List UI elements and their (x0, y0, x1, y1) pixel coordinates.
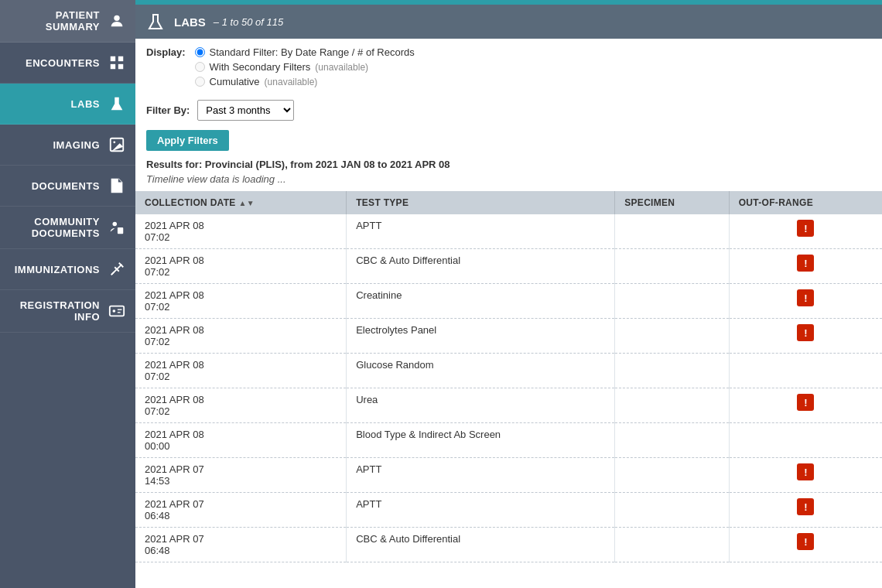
image-icon (106, 134, 128, 156)
sidebar-item-immunizations[interactable]: Immunizations (0, 249, 135, 290)
cell-specimen-7 (615, 458, 730, 493)
radio-secondary-input[interactable] (195, 62, 205, 72)
radio-standard-input[interactable] (195, 47, 205, 57)
cell-test-3: Electrolytes Panel (347, 319, 615, 354)
apply-filters-button[interactable]: Apply Filters (146, 130, 229, 151)
svg-rect-3 (111, 64, 115, 69)
table-row[interactable]: 2021 APR 0706:48APTT! (135, 493, 882, 528)
document-icon (106, 175, 128, 197)
display-radio-group: Standard Filter: By Date Range / # of Re… (195, 46, 415, 87)
out-of-range-badge: ! (797, 255, 814, 272)
id-card-icon (106, 300, 128, 322)
cell-date-5: 2021 APR 0807:02 (135, 388, 347, 423)
cell-out-of-range-1: ! (729, 249, 882, 284)
svg-point-6 (113, 141, 115, 143)
cell-out-of-range-3: ! (729, 319, 882, 354)
col-collection-date[interactable]: COLLECTION DATE ▲▼ (135, 191, 347, 214)
cell-date-7: 2021 APR 0714:53 (135, 458, 347, 493)
cell-specimen-1 (615, 249, 730, 284)
out-of-range-badge: ! (797, 533, 814, 550)
table-row[interactable]: 2021 APR 0807:02Creatinine! (135, 284, 882, 319)
cell-specimen-6 (615, 423, 730, 458)
cell-specimen-8 (615, 493, 730, 528)
sidebar-item-labs[interactable]: Labs (0, 84, 135, 125)
radio-cumulative-input[interactable] (195, 77, 205, 87)
cell-date-4: 2021 APR 0807:02 (135, 354, 347, 388)
out-of-range-badge: ! (797, 289, 814, 306)
display-row: Display: Standard Filter: By Date Range … (146, 46, 871, 87)
cell-out-of-range-5: ! (729, 388, 882, 423)
sidebar-label-registration-info: Registration Info (8, 299, 100, 323)
table-row[interactable]: 2021 APR 0807:02Urea! (135, 388, 882, 423)
table-header: COLLECTION DATE ▲▼ TEST TYPE SPECIMEN OU… (135, 191, 882, 214)
cell-date-6: 2021 APR 0800:00 (135, 423, 347, 458)
cell-test-1: CBC & Auto Differential (347, 249, 615, 284)
radio-standard[interactable]: Standard Filter: By Date Range / # of Re… (195, 46, 415, 58)
cell-out-of-range-4 (729, 354, 882, 388)
sidebar-label-community-documents: Community Documents (8, 216, 100, 239)
cell-specimen-5 (615, 388, 730, 423)
labs-count: – 1 to 50 of 115 (214, 16, 283, 28)
svg-point-11 (113, 309, 116, 313)
sidebar-item-community-documents[interactable]: Community Documents (0, 207, 135, 249)
table-row[interactable]: 2021 APR 0807:02Glucose Random (135, 354, 882, 388)
col-out-of-range: OUT-OF-RANGE (729, 191, 882, 214)
radio-cumulative-unavailable: (unavailable) (265, 77, 318, 87)
svg-rect-4 (118, 64, 123, 69)
sidebar-item-registration-info[interactable]: Registration Info (0, 290, 135, 333)
table-row[interactable]: 2021 APR 0807:02APTT! (135, 214, 882, 249)
radio-secondary-label: With Secondary Filters (210, 61, 311, 73)
sidebar-item-documents[interactable]: Documents (0, 166, 135, 207)
cell-date-9: 2021 APR 0706:48 (135, 528, 347, 562)
radio-cumulative-label: Cumulative (210, 76, 260, 87)
cell-out-of-range-6 (729, 423, 882, 458)
cell-out-of-range-9: ! (729, 528, 882, 562)
filter-select[interactable]: Past 1 month Past 3 months Past 6 months… (197, 100, 294, 121)
svg-rect-1 (111, 56, 115, 61)
radio-cumulative[interactable]: Cumulative (unavailable) (195, 76, 415, 87)
cell-out-of-range-0: ! (729, 214, 882, 249)
filter-row: Filter By: Past 1 month Past 3 months Pa… (135, 95, 882, 125)
radio-secondary-unavailable: (unavailable) (315, 62, 368, 73)
col-test-type: TEST TYPE (347, 191, 615, 214)
table-row[interactable]: 2021 APR 0807:02CBC & Auto Differential! (135, 249, 882, 284)
sort-icon-date: ▲▼ (239, 199, 255, 207)
cell-test-5: Urea (347, 388, 615, 423)
table-row[interactable]: 2021 APR 0714:53APTT! (135, 458, 882, 493)
table-row[interactable]: 2021 APR 0807:02Electrolytes Panel! (135, 319, 882, 354)
community-doc-icon (106, 217, 128, 238)
flask-icon (106, 93, 128, 115)
out-of-range-badge: ! (797, 324, 814, 341)
cell-specimen-3 (615, 319, 730, 354)
table-body: 2021 APR 0807:02APTT!2021 APR 0807:02CBC… (135, 214, 882, 562)
radio-standard-label: Standard Filter: By Date Range / # of Re… (210, 46, 415, 58)
out-of-range-badge: ! (797, 498, 814, 515)
svg-rect-10 (110, 306, 124, 316)
sidebar-label-patient-summary: Patient Summary (8, 9, 100, 32)
sidebar-item-encounters[interactable]: Encounters (0, 43, 135, 84)
cell-test-9: CBC & Auto Differential (347, 528, 615, 562)
display-section: Display: Standard Filter: By Date Range … (135, 39, 882, 95)
sidebar: Patient Summary Encounters Labs Imaging … (0, 0, 135, 588)
cell-test-7: APTT (347, 458, 615, 493)
radio-secondary[interactable]: With Secondary Filters (unavailable) (195, 61, 415, 73)
sidebar-item-patient-summary[interactable]: Patient Summary (0, 0, 135, 43)
cell-date-8: 2021 APR 0706:48 (135, 493, 347, 528)
cell-date-2: 2021 APR 0807:02 (135, 284, 347, 319)
needle-icon (106, 258, 128, 280)
cell-test-6: Blood Type & Indirect Ab Screen (347, 423, 615, 458)
table-header-row: COLLECTION DATE ▲▼ TEST TYPE SPECIMEN OU… (135, 191, 882, 214)
table-row[interactable]: 2021 APR 0706:48CBC & Auto Differential! (135, 528, 882, 562)
cell-date-3: 2021 APR 0807:02 (135, 319, 347, 354)
cell-date-0: 2021 APR 0807:02 (135, 214, 347, 249)
grid-icon (106, 52, 128, 74)
main-content: LABS – 1 to 50 of 115 Display: Standard … (135, 0, 882, 588)
sidebar-item-imaging[interactable]: Imaging (0, 125, 135, 166)
cell-test-8: APTT (347, 493, 615, 528)
table-row[interactable]: 2021 APR 0800:00Blood Type & Indirect Ab… (135, 423, 882, 458)
out-of-range-badge: ! (797, 220, 814, 237)
cell-out-of-range-7: ! (729, 458, 882, 493)
out-of-range-badge: ! (797, 463, 814, 480)
labs-table: COLLECTION DATE ▲▼ TEST TYPE SPECIMEN OU… (135, 191, 882, 562)
cell-out-of-range-8: ! (729, 493, 882, 528)
